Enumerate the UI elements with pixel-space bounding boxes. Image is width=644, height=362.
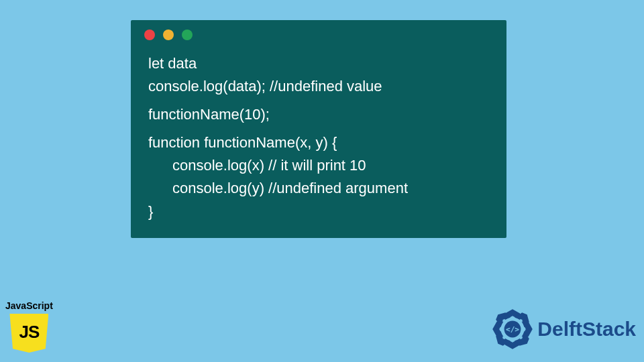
javascript-shield-text: JS xyxy=(19,322,40,343)
code-line: functionName(10); xyxy=(148,103,489,126)
window-close-dot xyxy=(144,29,155,40)
window-minimize-dot xyxy=(163,29,174,40)
code-line: console.log(y) //undefined argument xyxy=(148,177,489,200)
code-block: let data console.log(data); //undefined … xyxy=(131,50,506,223)
code-line: } xyxy=(148,200,489,223)
code-line: console.log(x) // it will print 10 xyxy=(148,154,489,177)
code-line: function functionName(x, y) { xyxy=(148,131,489,154)
delftstack-text: DelftStack xyxy=(537,318,636,341)
javascript-shield-icon: JS xyxy=(9,314,48,353)
svg-text:</>: </> xyxy=(506,325,519,334)
code-line: let data xyxy=(148,52,489,75)
window-titlebar xyxy=(131,20,506,50)
delftstack-icon: </> xyxy=(492,308,533,350)
javascript-badge: JavaScript JS xyxy=(5,300,53,353)
delftstack-logo: </> DelftStack xyxy=(492,308,636,350)
window-zoom-dot xyxy=(182,29,193,40)
code-line: console.log(data); //undefined value xyxy=(148,75,489,98)
javascript-label: JavaScript xyxy=(5,300,53,311)
code-window: let data console.log(data); //undefined … xyxy=(131,20,506,238)
